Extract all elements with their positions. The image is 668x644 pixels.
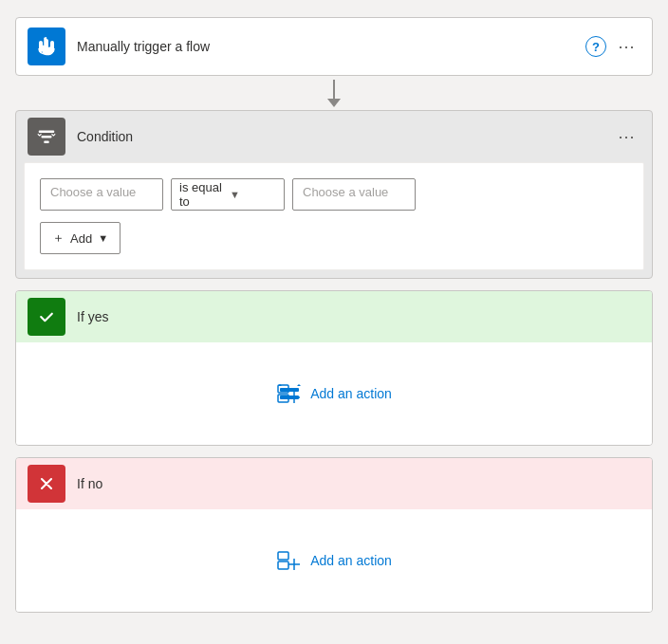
condition-menu-button[interactable]: ⋯ bbox=[614, 123, 640, 150]
action-add-icon-2 bbox=[276, 547, 303, 574]
trigger-help-button[interactable]: ? bbox=[585, 36, 606, 57]
if-yes-title: If yes bbox=[77, 309, 640, 324]
trigger-icon bbox=[28, 28, 65, 65]
right-value-placeholder: Choose a value bbox=[303, 185, 388, 199]
if-no-header: If no bbox=[16, 458, 652, 509]
right-value-input[interactable]: Choose a value bbox=[292, 178, 416, 211]
if-no-add-action-icon bbox=[276, 547, 303, 574]
no-icon-box bbox=[28, 465, 65, 503]
arrow-head bbox=[327, 99, 341, 107]
add-label: Add bbox=[70, 231, 92, 246]
condition-header: Condition ⋯ bbox=[16, 111, 652, 162]
condition-row: Choose a value is equal to ▼ Choose a va… bbox=[40, 178, 628, 211]
condition-dots-icon: ⋯ bbox=[618, 126, 637, 147]
condition-svg bbox=[36, 126, 57, 147]
touch-icon bbox=[36, 36, 57, 57]
svg-rect-5 bbox=[44, 141, 49, 143]
action-add-icon bbox=[276, 380, 303, 407]
trigger-actions: ? ⋯ bbox=[585, 33, 640, 60]
svg-marker-9 bbox=[297, 384, 301, 386]
svg-rect-15 bbox=[278, 561, 288, 569]
if-yes-add-action-button[interactable]: Add an action bbox=[276, 380, 392, 407]
svg-rect-3 bbox=[39, 131, 55, 133]
operator-label: is equal to bbox=[179, 180, 226, 209]
operator-select[interactable]: is equal to ▼ bbox=[171, 178, 285, 211]
condition-title: Condition bbox=[77, 129, 614, 144]
condition-body: Choose a value is equal to ▼ Choose a va… bbox=[24, 162, 644, 270]
chevron-down-icon: ▼ bbox=[230, 189, 276, 200]
if-yes-body: Add an action bbox=[16, 342, 652, 445]
trigger-menu-button[interactable]: ⋯ bbox=[614, 33, 640, 60]
plus-icon: ＋ bbox=[52, 230, 65, 247]
add-chevron-icon: ▼ bbox=[98, 232, 108, 244]
if-no-title: If no bbox=[77, 476, 640, 491]
trigger-title: Manually trigger a flow bbox=[77, 39, 585, 54]
if-no-add-action-button[interactable]: Add an action bbox=[276, 547, 392, 574]
if-yes-add-action-icon bbox=[276, 380, 303, 407]
yes-icon-box bbox=[28, 298, 65, 336]
if-yes-card: If yes Add an action bbox=[15, 290, 653, 446]
svg-rect-6 bbox=[280, 388, 299, 392]
left-value-placeholder: Choose a value bbox=[50, 185, 136, 199]
if-no-body: Add an action bbox=[16, 509, 652, 612]
check-icon bbox=[37, 307, 56, 326]
trigger-dots-icon: ⋯ bbox=[618, 36, 637, 57]
arrow-connector bbox=[327, 76, 341, 110]
condition-icon-box bbox=[28, 118, 65, 156]
if-no-card: If no Add an action bbox=[15, 457, 653, 613]
svg-rect-4 bbox=[42, 136, 52, 138]
left-value-input[interactable]: Choose a value bbox=[40, 178, 163, 211]
condition-add-button[interactable]: ＋ Add ▼ bbox=[40, 222, 121, 254]
arrow-line bbox=[333, 80, 335, 99]
x-icon bbox=[37, 474, 56, 493]
if-no-add-action-label: Add an action bbox=[310, 553, 392, 568]
svg-rect-14 bbox=[278, 552, 288, 560]
if-yes-header: If yes bbox=[16, 291, 652, 342]
if-yes-add-action-label: Add an action bbox=[310, 386, 392, 401]
condition-card: Condition ⋯ Choose a value is equal to ▼… bbox=[15, 110, 653, 279]
trigger-card: Manually trigger a flow ? ⋯ bbox=[15, 17, 653, 76]
